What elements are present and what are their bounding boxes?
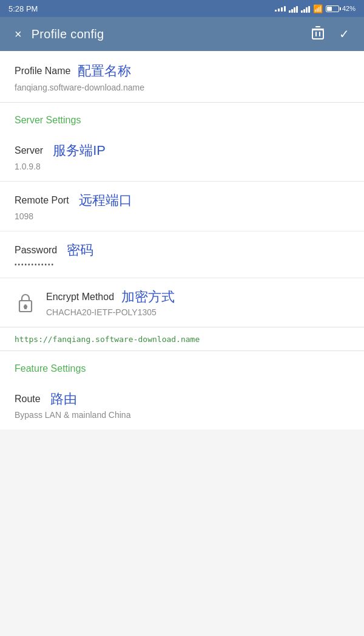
server-chinese: 服务端IP [53, 142, 106, 160]
profile-name-label: Profile Name [15, 66, 70, 77]
close-button[interactable]: × [10, 22, 27, 46]
encrypt-method-item[interactable]: + Encrypt Method 加密方式 CHACHA20-IETF-POLY… [0, 278, 364, 327]
server-settings-label: Server Settings [15, 115, 81, 125]
server-label: Server [15, 145, 43, 156]
remote-port-label: Remote Port [15, 195, 69, 206]
svg-rect-2 [312, 30, 323, 39]
feature-settings-label: Feature Settings [15, 363, 86, 374]
password-value: •••••••••••• [15, 261, 349, 268]
battery-icon [326, 5, 339, 12]
signal-bar-2-icon [301, 5, 310, 13]
svg-rect-1 [315, 26, 320, 27]
encrypt-method-chinese: 加密方式 [121, 288, 175, 306]
remote-port-value: 1098 [15, 211, 349, 221]
route-chinese: 路由 [50, 390, 77, 408]
server-value: 1.0.9.8 [15, 162, 349, 171]
encrypt-method-value: CHACHA20-IETF-POLY1305 [46, 307, 349, 317]
route-label: Route [15, 394, 41, 405]
feature-settings-section: Feature Settings Route 路由 Bypass LAN & m… [0, 351, 364, 429]
app-header: × Profile config ✓ [0, 17, 364, 51]
remote-port-chinese: 远程端口 [79, 191, 132, 210]
password-item[interactable]: Password 密码 •••••••••••• [0, 231, 364, 278]
profile-name-chinese: 配置名称 [78, 62, 131, 80]
delete-button[interactable] [306, 21, 329, 48]
battery-percent: 42% [342, 5, 356, 12]
password-chinese: 密码 [67, 241, 93, 259]
status-bar: 5:28 PM 📶 42% [0, 0, 364, 17]
content-area: Profile Name 配置名称 fanqiang.software-down… [0, 51, 364, 429]
status-icons: 📶 42% [275, 4, 356, 13]
svg-text:+: + [24, 306, 27, 310]
lock-icon: + [15, 292, 36, 313]
confirm-button[interactable]: ✓ [334, 22, 354, 46]
signal-dots-icon [275, 6, 286, 12]
url-bar: https://fanqiang.software-download.name [0, 327, 364, 351]
server-settings-header: Server Settings [0, 103, 364, 132]
profile-name-value: fanqiang.software-download.name [15, 83, 349, 92]
trash-icon [311, 26, 325, 40]
server-item[interactable]: Server 服务端IP 1.0.9.8 [0, 132, 364, 181]
route-item[interactable]: Route 路由 Bypass LAN & mainland China [0, 380, 364, 429]
password-label: Password [15, 245, 57, 256]
svg-rect-4 [319, 32, 320, 36]
header-title: Profile config [32, 27, 306, 41]
remote-port-item[interactable]: Remote Port 远程端口 1098 [0, 182, 364, 231]
status-time: 5:28 PM [8, 4, 38, 13]
svg-rect-3 [315, 32, 317, 36]
encrypt-method-label: Encrypt Method [46, 292, 114, 303]
wifi-icon: 📶 [313, 4, 323, 13]
feature-settings-header: Feature Settings [0, 351, 364, 380]
signal-bar-1-icon [289, 5, 298, 13]
route-value: Bypass LAN & mainland China [15, 410, 349, 420]
url-text: https://fanqiang.software-download.name [15, 335, 200, 344]
profile-name-section: Profile Name 配置名称 fanqiang.software-down… [0, 51, 364, 103]
